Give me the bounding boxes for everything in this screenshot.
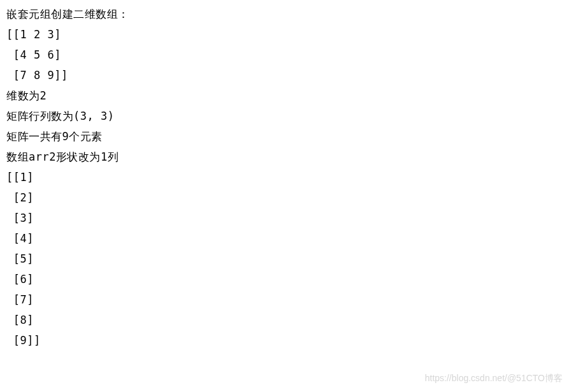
ndim-line: 维数为2 [6, 85, 563, 106]
watermark-text: https://blog.csdn.net/@51CTO博客 [425, 368, 563, 388]
size-line: 矩阵一共有9个元素 [6, 126, 563, 147]
output-header: 嵌套元组创建二维数组： [6, 4, 563, 24]
matrix-row: [[1 2 3] [6, 24, 563, 45]
reshaped-row: [7] [6, 289, 563, 310]
reshaped-row: [[1] [6, 167, 563, 187]
reshaped-row: [9]] [6, 330, 563, 351]
reshaped-row: [5] [6, 249, 563, 269]
reshaped-row: [6] [6, 269, 563, 289]
reshaped-row: [3] [6, 208, 563, 228]
matrix-row: [7 8 9]] [6, 65, 563, 85]
matrix-row: [4 5 6] [6, 45, 563, 65]
reshape-header: 数组arr2形状改为1列 [6, 147, 563, 167]
reshaped-row: [2] [6, 187, 563, 208]
reshaped-row: [8] [6, 310, 563, 330]
shape-line: 矩阵行列数为(3, 3) [6, 106, 563, 126]
reshaped-row: [4] [6, 228, 563, 249]
